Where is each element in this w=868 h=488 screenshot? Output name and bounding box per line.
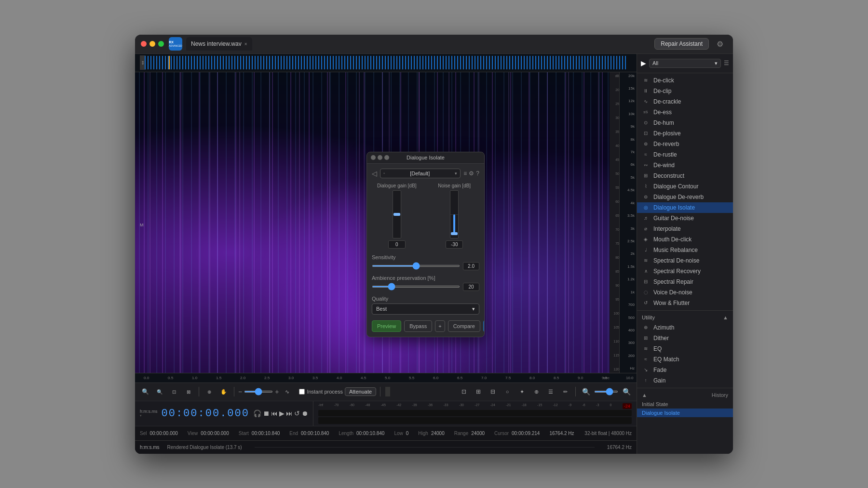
compare-button[interactable]: Compare xyxy=(448,320,480,332)
settings-icon[interactable]: ⚙ xyxy=(713,37,727,51)
zoom-in-button[interactable]: 🔍 xyxy=(139,385,151,398)
tab-close-icon[interactable]: × xyxy=(244,41,247,47)
sidebar-item-dialogue-contour[interactable]: ⌇ Dialogue Contour xyxy=(637,181,733,192)
sensitivity-value[interactable]: 2.0 xyxy=(463,262,479,270)
noise-gain-track[interactable] xyxy=(450,190,459,238)
sidebar-item-eq-match[interactable]: ≈ EQ Match xyxy=(637,354,733,365)
quality-select[interactable]: Best ▾ xyxy=(372,303,479,315)
sidebar-item-dialogue-isolate[interactable]: ◎ Dialogue Isolate xyxy=(637,202,733,213)
zoom-out-button[interactable]: 🔍 xyxy=(153,385,166,398)
modal-menu-button[interactable]: ≡ xyxy=(463,170,467,177)
sidebar-item-interpolate[interactable]: ⌀ Interpolate xyxy=(637,224,733,234)
sidebar-item-de-crackle[interactable]: ∿ De-crackle xyxy=(637,96,733,107)
modal-back-button[interactable]: ◁ xyxy=(372,170,377,177)
hand-tool-button[interactable]: ✋ xyxy=(217,385,230,398)
sidebar-item-azimuth[interactable]: ⊕ Azimuth xyxy=(637,322,733,333)
zoom-in-icon[interactable]: + xyxy=(275,388,279,396)
modal-tl-red[interactable] xyxy=(371,155,376,160)
sidebar-item-mouth-de-click[interactable]: ◈ Mouth De-click xyxy=(637,234,733,245)
record-button[interactable]: ⏺ xyxy=(301,409,308,417)
sidebar-item-de-clip[interactable]: ⏸ De-clip xyxy=(637,86,733,96)
zoom-fit-button[interactable]: ⊡ xyxy=(168,385,180,398)
sidebar-item-de-click[interactable]: ≋ De-click xyxy=(637,75,733,86)
sidebar-item-voice-de-noise[interactable]: ◌ Voice De-noise xyxy=(637,287,733,298)
stop-button[interactable]: ⏹ xyxy=(263,409,270,417)
minimize-traffic-light[interactable] xyxy=(149,41,155,47)
modal-tl-yellow[interactable] xyxy=(378,155,382,160)
sidebar-filter-dropdown[interactable]: All ▾ xyxy=(649,59,721,68)
sidebar-item-spectral-recovery[interactable]: ∧ Spectral Recovery xyxy=(637,266,733,277)
sidebar-item-de-plosive[interactable]: ⊡ De-plosive xyxy=(637,128,733,139)
zoom-2x-button[interactable]: ⊕ xyxy=(203,385,216,398)
zoom-out-icon[interactable]: − xyxy=(238,388,242,396)
preview-button[interactable]: Preview xyxy=(372,320,401,332)
sidebar-item-de-ess[interactable]: sS De-ess xyxy=(637,107,733,118)
attenuate-button[interactable]: Attenuate xyxy=(345,387,376,396)
modal-settings-button[interactable]: ⚙ xyxy=(469,170,474,177)
bypass-button[interactable]: Bypass xyxy=(404,320,432,332)
sidebar-item-guitar-de-noise[interactable]: ♬ Guitar De-noise xyxy=(637,213,733,224)
sidebar-item-wow-flutter[interactable]: ↺ Wow & Flutter xyxy=(637,298,733,308)
sidebar-item-dither[interactable]: ⊞ Dither xyxy=(637,333,733,343)
modal-tl-green[interactable] xyxy=(384,155,389,160)
sidebar-item-de-wind[interactable]: ∾ De-wind xyxy=(637,160,733,171)
history-item-dialogue-isolate[interactable]: Dialogue Isolate xyxy=(637,409,733,417)
eq-icon: ≋ xyxy=(642,345,650,353)
sidebar-item-de-reverb[interactable]: ⊛ De-reverb xyxy=(637,139,733,149)
noise-gain-thumb[interactable] xyxy=(451,232,458,235)
headphone-button[interactable]: 🎧 xyxy=(253,409,261,417)
rewind-button[interactable]: ⏮ xyxy=(271,409,278,417)
sidebar-item-de-rustle[interactable]: ≈ De-rustle xyxy=(637,149,733,160)
dialogue-isolate-modal[interactable]: Dialogue Isolate ◁ • [Default] xyxy=(366,152,485,337)
sidebar-item-eq[interactable]: ≋ EQ xyxy=(637,343,733,354)
play-button[interactable]: ▶ xyxy=(279,409,285,417)
sidebar-item-fade[interactable]: ↘ Fade xyxy=(637,365,733,375)
dialogue-gain-thumb[interactable] xyxy=(393,213,400,216)
sidebar-menu-icon[interactable]: ☰ xyxy=(724,60,729,66)
freq-selection-button[interactable]: ⊟ xyxy=(487,385,499,398)
loop-button[interactable]: ↺ xyxy=(294,409,300,417)
zoom-minus-button[interactable]: 🔍 xyxy=(580,385,592,398)
vertical-zoom-slider[interactable] xyxy=(594,391,618,393)
close-traffic-light[interactable] xyxy=(141,41,147,47)
zoom-plus-button[interactable]: 🔍 xyxy=(620,385,633,398)
file-tab[interactable]: News interview.wav × xyxy=(186,37,252,51)
time-selection-button[interactable]: ⊞ xyxy=(472,385,485,398)
list-button[interactable]: ☰ xyxy=(544,385,557,398)
wave-icon[interactable]: ∿ xyxy=(281,385,293,398)
dialogue-gain-track[interactable] xyxy=(393,190,401,238)
sidebar-item-deconstruct[interactable]: ⊞ Deconstruct xyxy=(637,171,733,181)
zoom-slider[interactable] xyxy=(244,391,273,393)
selection-tool-button[interactable]: ⊡ xyxy=(458,385,470,398)
ambience-value[interactable]: 20 xyxy=(463,283,479,291)
sidebar-play-icon[interactable]: ▶ xyxy=(641,59,646,67)
dialogue-gain-value[interactable]: 0 xyxy=(388,240,406,249)
ambience-slider[interactable] xyxy=(372,286,460,288)
utility-section-header[interactable]: Utility ▲ xyxy=(637,313,733,322)
sidebar-item-dialogue-de-reverb[interactable]: ⊜ Dialogue De-reverb xyxy=(637,192,733,202)
de-plosive-label: De-plosive xyxy=(653,130,681,137)
sidebar-item-gain[interactable]: ↑ Gain xyxy=(637,375,733,386)
waveform-overview-display[interactable] xyxy=(145,56,627,69)
preset-dropdown[interactable]: • [Default] ▾ xyxy=(380,169,461,178)
sensitivity-slider[interactable] xyxy=(372,265,460,267)
plus-button[interactable]: + xyxy=(435,320,445,332)
sidebar-item-de-hum[interactable]: ⊙ De-hum xyxy=(637,118,733,128)
pencil-button[interactable]: ✏ xyxy=(559,385,571,398)
sidebar-item-spectral-de-noise[interactable]: ≋ Spectral De-noise xyxy=(637,255,733,266)
snap-button[interactable]: ⊕ xyxy=(530,385,542,398)
sidebar-item-spectral-repair[interactable]: ⊟ Spectral Repair xyxy=(637,277,733,287)
history-item-initial[interactable]: Initial State xyxy=(637,400,733,409)
render-button[interactable]: Render xyxy=(483,320,485,332)
maximize-traffic-light[interactable] xyxy=(158,41,164,47)
zoom-selection-button[interactable]: ⊠ xyxy=(182,385,195,398)
magic-wand-button[interactable]: ✦ xyxy=(515,385,528,398)
repair-assistant-button[interactable]: Repair Assistant xyxy=(654,38,709,50)
fast-forward-button[interactable]: ⏭ xyxy=(286,409,293,417)
modal-help-button[interactable]: ? xyxy=(476,170,479,177)
spectrogram[interactable]: M Dialogue Isolate xyxy=(135,72,610,373)
instant-process-checkbox[interactable] xyxy=(299,389,305,395)
noise-gain-value[interactable]: -30 xyxy=(446,240,463,249)
lasso-selection-button[interactable]: ○ xyxy=(501,385,514,398)
sidebar-item-music-rebalance[interactable]: ♩ Music Rebalance xyxy=(637,245,733,255)
